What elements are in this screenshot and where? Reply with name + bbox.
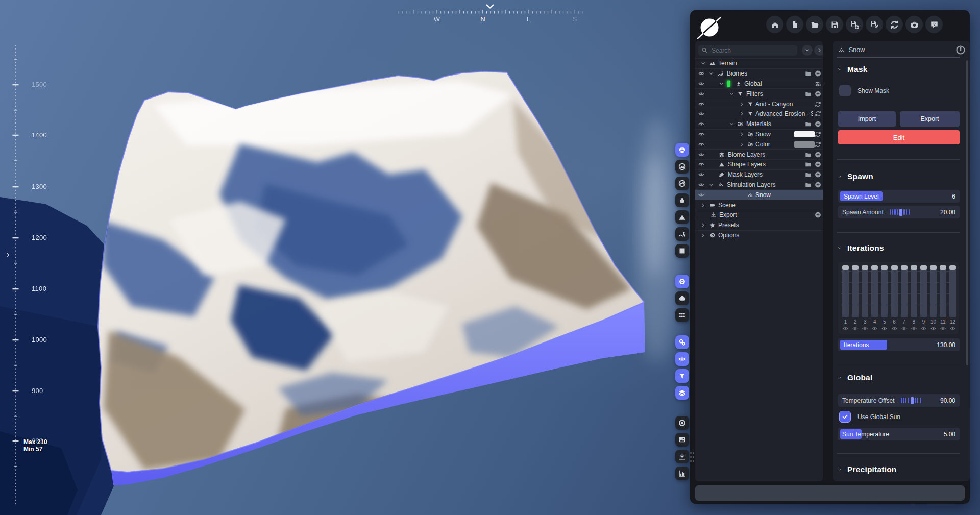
use-global-sun-checkbox[interactable]: Use Global Sun [839, 411, 900, 423]
spawn-amount-field[interactable]: Spawn Amount 20.00 [838, 206, 960, 218]
tree-row-snow[interactable]: Snow [695, 189, 823, 200]
eye-toggle-icon[interactable] [930, 326, 936, 331]
spawn-level-field[interactable]: Spawn Level 6 [838, 190, 960, 203]
folder-icon[interactable] [805, 181, 812, 188]
waves-tool-button[interactable] [675, 308, 689, 322]
eye-toggle-icon[interactable] [881, 326, 887, 331]
search-bar[interactable] [698, 45, 797, 56]
eye-toggle-icon[interactable] [698, 171, 704, 178]
iteration-slider-handle[interactable] [891, 265, 898, 270]
temperature-offset-field[interactable]: Temperature Offset 90.00 [838, 394, 960, 407]
image-tool-button[interactable] [675, 433, 689, 447]
eye-toggle-icon[interactable] [698, 141, 704, 148]
iteration-slider-track[interactable] [871, 267, 878, 317]
compass-bar[interactable]: WNES [393, 2, 597, 27]
chevron-right-icon[interactable] [739, 131, 745, 137]
mountain-tool-button[interactable] [675, 210, 689, 224]
eye-toggle-icon[interactable] [698, 70, 704, 77]
tree-row-advanced-erosion-se[interactable]: Advanced Erosion - Se [695, 109, 823, 119]
save-edit-button[interactable] [866, 16, 883, 33]
download-tool-button[interactable] [675, 450, 689, 463]
iteration-slider-handle[interactable] [901, 265, 908, 270]
eye-toggle-icon[interactable] [852, 326, 858, 331]
grid-tool-button[interactable] [675, 244, 689, 258]
eye-toggle-icon[interactable] [862, 326, 868, 331]
droplet-tool-button[interactable] [675, 193, 689, 207]
eye-toggle-icon[interactable] [698, 91, 704, 97]
checkbox-box[interactable] [839, 85, 851, 96]
tree-row-materials[interactable]: Materials [695, 119, 823, 129]
chevron-down-icon[interactable] [708, 182, 714, 187]
iteration-slider-handle[interactable] [920, 265, 927, 270]
iteration-slider-handle[interactable] [862, 265, 868, 270]
plus-icon[interactable] [815, 151, 821, 158]
section-global[interactable]: Global [837, 373, 872, 383]
eye-toggle-icon[interactable] [901, 326, 907, 331]
gears-tool-button[interactable] [675, 335, 689, 349]
cloud-tool-button[interactable] [675, 291, 689, 305]
iteration-slider-track[interactable] [901, 267, 908, 317]
tree-row-color[interactable]: Color [695, 139, 823, 149]
spawn-amount-value[interactable]: 20.00 [940, 209, 955, 216]
home-button[interactable] [766, 16, 783, 33]
record-tool-button[interactable] [675, 416, 689, 430]
section-iterations[interactable]: Iterations [837, 243, 884, 253]
eye-toggle-icon[interactable] [843, 326, 848, 331]
sun-temperature-field[interactable]: Sun Temperature 5.00 [838, 428, 960, 440]
eye-tool-button[interactable] [675, 352, 689, 366]
spawn-amount-scrubber[interactable] [890, 209, 910, 216]
biome-tool-button[interactable] [675, 227, 689, 241]
iteration-slider-track[interactable] [940, 267, 946, 317]
folder-icon[interactable] [805, 171, 812, 178]
plus-icon[interactable] [815, 90, 821, 97]
chevron-down-icon[interactable] [719, 81, 724, 86]
eye-toggle-icon[interactable] [892, 326, 897, 331]
iteration-slider-track[interactable] [881, 267, 888, 317]
tree-row-options[interactable]: Options [695, 230, 823, 240]
chevron-down-icon[interactable] [729, 91, 734, 96]
iteration-slider-handle[interactable] [842, 265, 849, 270]
info-button[interactable] [955, 45, 966, 55]
tree-row-presets[interactable]: Presets [695, 220, 823, 230]
eye-toggle-icon[interactable] [698, 161, 704, 167]
plus-icon[interactable] [815, 181, 821, 188]
plus-icon[interactable] [815, 70, 821, 77]
chevron-right-icon[interactable] [700, 223, 706, 228]
chart-tool-button[interactable] [675, 467, 689, 480]
temperature-offset-scrubber[interactable] [901, 397, 921, 404]
refresh-icon[interactable] [815, 111, 821, 117]
folder-icon[interactable] [805, 90, 812, 97]
save-button[interactable] [826, 16, 843, 33]
section-spawn[interactable]: Spawn [837, 171, 873, 182]
iteration-slider-handle[interactable] [949, 265, 956, 270]
chevron-down-icon[interactable] [729, 121, 734, 127]
chevron-right-icon[interactable] [700, 202, 706, 208]
checkbox-box[interactable] [839, 411, 851, 423]
tree-row-global[interactable]: Global [695, 79, 823, 89]
tree-row-mask-layers[interactable]: Mask Layers [695, 169, 823, 180]
folder-icon[interactable] [805, 121, 812, 128]
folder-icon[interactable] [805, 151, 812, 158]
chevron-down-icon[interactable] [700, 61, 706, 66]
iteration-slider-track[interactable] [862, 267, 868, 317]
tree-row-filters[interactable]: Filters [695, 88, 823, 99]
eye-toggle-icon[interactable] [940, 326, 946, 331]
tree-row-scene[interactable]: Scene [695, 200, 823, 210]
tree-row-simulation-layers[interactable]: Simulation Layers [695, 180, 823, 190]
funnel-tool-button[interactable] [675, 369, 689, 383]
help-button[interactable]: ? [925, 16, 943, 33]
eye-toggle-icon[interactable] [698, 81, 704, 87]
iteration-slider-handle[interactable] [881, 265, 888, 270]
chevron-right-icon[interactable] [739, 111, 745, 117]
folder-icon[interactable] [805, 161, 812, 168]
camera-button[interactable] [905, 16, 923, 33]
eye-toggle-icon[interactable] [698, 111, 704, 117]
sync-button[interactable] [886, 16, 903, 33]
import-button[interactable]: Import [838, 111, 896, 127]
tree-row-terrain[interactable]: Terrain [695, 58, 823, 68]
new-file-button[interactable] [786, 16, 803, 33]
eye-toggle-icon[interactable] [698, 182, 704, 188]
gear-tool-button[interactable] [675, 275, 689, 288]
wheel-tool-button[interactable] [675, 143, 689, 157]
save-add-button[interactable] [846, 16, 863, 33]
